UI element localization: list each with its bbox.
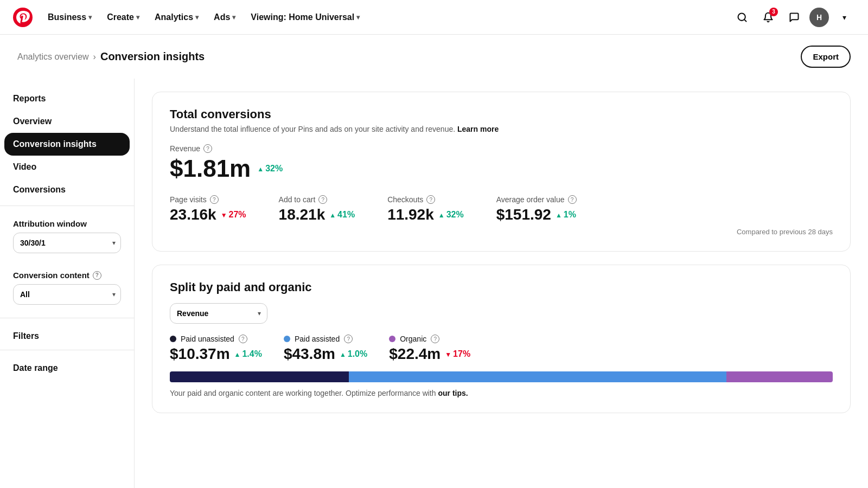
organic-dot	[389, 336, 395, 342]
chevron-down-icon: ▾	[195, 14, 199, 21]
nav-viewing-selector[interactable]: Viewing: Home Universal ▾	[244, 8, 366, 27]
legend-organic: Organic ? $22.4m 17%	[389, 335, 470, 363]
total-conversions-title: Total conversions	[170, 107, 833, 121]
notifications-button[interactable]: 3	[757, 7, 779, 28]
up-arrow-icon	[234, 349, 241, 359]
attribution-window-select[interactable]: 30/30/1 1/1/1 7/7/1 30/1/1	[13, 233, 121, 253]
up-arrow-icon	[329, 210, 336, 220]
metrics-row: Page visits ? 23.16k 27% Add to cart	[170, 195, 833, 223]
help-icon[interactable]: ?	[568, 195, 577, 204]
help-icon[interactable]: ?	[210, 195, 219, 204]
conversion-content-select[interactable]: All Paid Organic	[13, 284, 121, 305]
split-legend-row: Paid unassisted ? $10.37m 1.4%	[170, 335, 833, 363]
metric-checkouts: Checkouts ? 11.92k 32%	[387, 195, 464, 223]
chevron-down-icon: ▾	[232, 14, 235, 21]
sidebar-item-conversions[interactable]: Conversions	[0, 178, 134, 201]
help-icon[interactable]: ?	[426, 195, 435, 204]
split-dropdown-wrapper: Revenue Page visits Add to cart Checkout…	[170, 303, 833, 324]
main-layout: Reports Overview Conversion insights Vid…	[0, 79, 868, 488]
up-arrow-icon	[257, 164, 264, 174]
up-arrow-icon	[556, 210, 562, 220]
avg-order-change: 1%	[556, 210, 576, 220]
down-arrow-icon	[445, 349, 451, 359]
help-icon[interactable]: ?	[239, 335, 247, 343]
sidebar-item-video[interactable]: Video	[0, 156, 134, 178]
paid-unassisted-dot	[170, 336, 176, 342]
our-tips-link[interactable]: our tips.	[438, 389, 468, 397]
sidebar-divider-2	[0, 318, 134, 318]
split-title: Split by paid and organic	[170, 280, 833, 294]
breadcrumb-separator: ›	[93, 52, 96, 62]
page-visits-change: 27%	[221, 210, 246, 220]
chevron-down-icon: ▾	[88, 14, 92, 21]
sidebar-divider	[0, 206, 134, 206]
conversion-content-section: Conversion content ? All Paid Organic ▾	[0, 262, 134, 313]
conversion-content-label: Conversion content ?	[13, 271, 121, 280]
nav-menu: Business ▾ Create ▾ Analytics ▾ Ads ▾ Vi…	[41, 8, 731, 27]
sidebar-item-conversion-insights[interactable]: Conversion insights	[4, 133, 130, 156]
add-to-cart-change: 41%	[329, 210, 355, 220]
sidebar-date-range-label[interactable]: Date range	[0, 355, 134, 377]
notification-badge: 3	[769, 8, 778, 16]
breadcrumb: Analytics overview › Conversion insights	[17, 50, 205, 63]
revenue-change: 32%	[257, 164, 283, 174]
avatar[interactable]: H	[809, 8, 829, 27]
sidebar-filters-label[interactable]: Filters	[0, 323, 134, 345]
nav-item-analytics[interactable]: Analytics ▾	[148, 8, 205, 27]
legend-paid-unassisted: Paid unassisted ? $10.37m 1.4%	[170, 335, 262, 363]
sidebar-item-overview[interactable]: Overview	[0, 110, 134, 133]
revenue-value-row: $1.81m 32%	[170, 155, 833, 182]
metric-page-visits: Page visits ? 23.16k 27%	[170, 195, 246, 223]
help-icon[interactable]: ?	[344, 335, 353, 343]
svg-line-2	[744, 19, 746, 21]
sidebar-item-reports[interactable]: Reports	[0, 87, 134, 110]
help-icon[interactable]: ?	[318, 195, 327, 204]
legend-paid-assisted: Paid assisted ? $43.8m 1.0%	[284, 335, 367, 363]
down-arrow-icon	[221, 210, 227, 220]
help-icon[interactable]: ?	[93, 271, 101, 280]
metric-average-order: Average order value ? $151.92 1%	[496, 195, 577, 223]
attribution-window-section: Attribution window 30/30/1 1/1/1 7/7/1 3…	[0, 210, 134, 262]
bar-organic	[726, 371, 833, 382]
split-bar-chart	[170, 371, 833, 382]
split-metric-select[interactable]: Revenue Page visits Add to cart Checkout…	[170, 303, 267, 324]
nav-item-create[interactable]: Create ▾	[100, 8, 146, 27]
organic-change: 17%	[445, 349, 470, 359]
help-icon[interactable]: ?	[431, 335, 439, 343]
nav-right-actions: 3 H ▾	[731, 7, 855, 28]
paid-assisted-dot	[284, 336, 290, 342]
paid-unassisted-change: 1.4%	[234, 349, 262, 359]
breadcrumb-bar: Analytics overview › Conversion insights…	[0, 35, 868, 79]
help-icon[interactable]: ?	[203, 144, 212, 153]
revenue-amount: $1.81m	[170, 155, 251, 182]
paid-assisted-change: 1.0%	[340, 349, 367, 359]
breadcrumb-parent[interactable]: Analytics overview	[17, 52, 89, 62]
export-button[interactable]: Export	[801, 46, 851, 68]
nav-item-business[interactable]: Business ▾	[41, 8, 98, 27]
svg-point-0	[13, 8, 33, 27]
search-button[interactable]	[731, 7, 753, 28]
sidebar: Reports Overview Conversion insights Vid…	[0, 79, 135, 488]
pinterest-logo[interactable]	[13, 8, 33, 27]
account-chevron[interactable]: ▾	[833, 7, 855, 28]
tip-text: Your paid and organic content are workin…	[170, 389, 833, 397]
total-conversions-card: Total conversions Understand the total i…	[152, 92, 851, 252]
compared-text: Compared to previous 28 days	[170, 228, 833, 236]
chevron-down-icon: ▾	[136, 14, 139, 21]
up-arrow-icon	[438, 210, 445, 220]
attribution-window-label: Attribution window	[13, 219, 121, 228]
checkouts-change: 32%	[438, 210, 464, 220]
breadcrumb-current: Conversion insights	[100, 50, 205, 63]
split-card: Split by paid and organic Revenue Page v…	[152, 265, 851, 413]
attribution-window-select-wrapper: 30/30/1 1/1/1 7/7/1 30/1/1 ▾	[13, 233, 121, 253]
up-arrow-icon	[340, 349, 346, 359]
bar-paid-unassisted	[170, 371, 349, 382]
sidebar-divider-3	[0, 350, 134, 350]
learn-more-link[interactable]: Learn more	[457, 125, 499, 133]
nav-item-ads[interactable]: Ads ▾	[207, 8, 242, 27]
messages-button[interactable]	[783, 7, 805, 28]
total-conversions-description: Understand the total influence of your P…	[170, 125, 833, 133]
top-navigation: Business ▾ Create ▾ Analytics ▾ Ads ▾ Vi…	[0, 0, 868, 35]
split-metric-select-wrapper: Revenue Page visits Add to cart Checkout…	[170, 303, 267, 324]
revenue-label: Revenue ?	[170, 144, 833, 153]
